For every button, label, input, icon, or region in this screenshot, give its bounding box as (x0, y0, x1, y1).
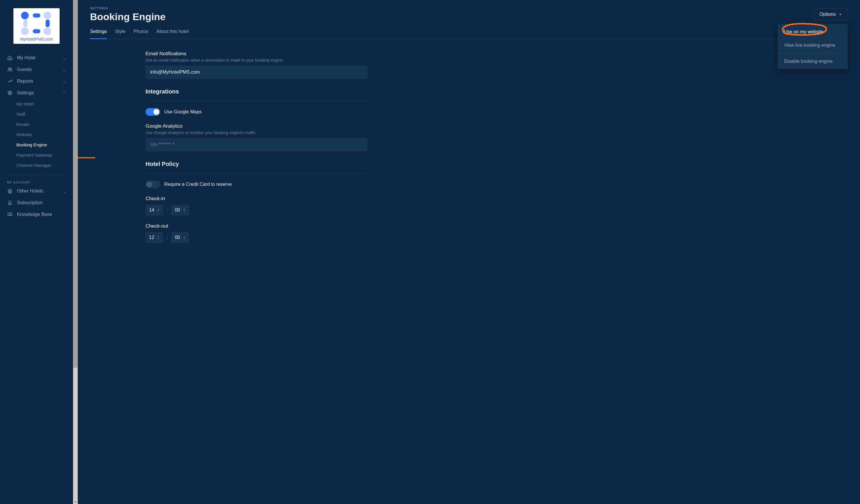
book-icon (7, 212, 13, 217)
scrollbar-thumb[interactable] (73, 0, 77, 368)
stepper-icon: ▲▼ (183, 208, 185, 212)
logo-graphic (21, 12, 52, 35)
tab-settings[interactable]: Settings (90, 29, 107, 39)
scrollbar[interactable]: ▾ (73, 0, 78, 504)
sidebar-item-subscription[interactable]: Subscription (0, 197, 73, 208)
checkin-hour-stepper[interactable]: 14 ▲▼ (145, 204, 163, 216)
page-title: Booking Engine (90, 11, 848, 23)
checkin-hour-value: 14 (149, 207, 154, 213)
google-maps-label: Use Google Maps (164, 109, 202, 115)
dd-view-live[interactable]: View live booking engine (778, 39, 848, 52)
divider (145, 173, 368, 174)
my-account-label: MY ACCOUNT (0, 178, 73, 185)
sidebar-item-guests[interactable]: Guests ⌄ (0, 64, 73, 75)
checkout-hour-value: 12 (149, 235, 154, 240)
tabs: Settings Style Photos About this hotel (90, 29, 848, 39)
divider (6, 175, 67, 175)
chevron-down-icon: ⌄ (62, 188, 66, 194)
sidebar-sub-staff[interactable]: Staff (16, 109, 73, 119)
tab-about[interactable]: About this hotel (156, 29, 188, 39)
checkin-minute-stepper[interactable]: 00 ▲▼ (171, 204, 189, 216)
sidebar-item-label: Knowledge Base (17, 212, 66, 217)
colon: : (167, 207, 168, 213)
sidebar-item-other-hotels[interactable]: Other Hotels ⌄ (0, 185, 73, 197)
home-icon (7, 55, 13, 61)
ga-help: Use Google Analytics to monitor your boo… (145, 130, 368, 135)
sidebar-item-settings[interactable]: Settings ⌃ (0, 87, 73, 99)
sidebar-item-label: Other Hotels (17, 188, 58, 194)
divider (145, 101, 368, 101)
google-maps-toggle[interactable] (145, 108, 160, 116)
stepper-icon: ▲▼ (157, 235, 160, 240)
logo-text: MyHotelPMS.com (16, 37, 57, 42)
sidebar-item-knowledge-base[interactable]: Knowledge Base (0, 208, 73, 220)
sidebar-sub-my-hotel[interactable]: My Hotel (16, 99, 73, 109)
dd-use-on-website[interactable]: Use on my website (778, 25, 848, 39)
chevron-down-icon: ⌄ (62, 67, 66, 72)
require-cc-toggle[interactable] (145, 181, 160, 188)
stepper-icon: ▲▼ (157, 208, 160, 212)
email-notif-label: Email Notifications (145, 51, 368, 57)
checkout-hour-stepper[interactable]: 12 ▲▼ (145, 232, 163, 243)
badge-icon (7, 200, 13, 206)
breadcrumb: SETTINGS (90, 6, 848, 10)
chevron-up-icon: ⌃ (62, 90, 66, 96)
tab-style[interactable]: Style (115, 29, 126, 39)
sidebar-item-label: Guests (17, 67, 58, 72)
layers-icon (7, 188, 13, 194)
users-icon (7, 67, 13, 72)
sidebar-item-label: Subscription (17, 200, 66, 205)
sidebar-sub-channel-manager[interactable]: Channel Manager (16, 160, 73, 170)
annotation-arrow (78, 155, 95, 161)
ga-label: Google Analytics (145, 123, 368, 129)
colon: : (167, 235, 168, 241)
divider (778, 53, 848, 54)
sidebar-item-label: My Hotel (17, 55, 58, 60)
dd-disable[interactable]: Disable booking engine (778, 55, 848, 68)
scroll-down-icon[interactable]: ▾ (73, 499, 78, 504)
sidebar-sub-website[interactable]: Website (16, 129, 73, 140)
integrations-title: Integrations (145, 88, 368, 95)
email-notif-help: Get an email notification when a reserva… (145, 58, 368, 62)
sidebar-item-label: Reports (17, 78, 58, 84)
main: SETTINGS Booking Engine Options Use on m… (78, 0, 860, 504)
trend-icon (7, 78, 13, 84)
checkout-minute-value: 00 (175, 235, 180, 240)
chevron-down-icon (838, 13, 842, 16)
hotel-policy-title: Hotel Policy (145, 161, 368, 168)
svg-point-1 (11, 68, 12, 70)
email-notif-input[interactable] (145, 66, 368, 79)
sidebar-item-reports[interactable]: Reports ⌄ (0, 75, 73, 87)
sidebar-sub-payment-gateway[interactable]: Payment Gateway (16, 150, 73, 160)
stepper-icon: ▲▼ (183, 235, 185, 240)
options-dropdown: Use on my website View live booking engi… (778, 24, 848, 69)
checkin-minute-value: 00 (175, 207, 180, 213)
require-cc-label: Require a Credit Card to reserve (164, 182, 232, 187)
checkout-label: Check-out (145, 223, 368, 229)
checkin-label: Check-in (145, 196, 368, 202)
checkout-minute-stepper[interactable]: 00 ▲▼ (171, 232, 189, 243)
options-button[interactable]: Options (814, 8, 848, 20)
sidebar-item-label: Settings (17, 90, 58, 96)
chevron-down-icon: ⌄ (62, 55, 66, 61)
sidebar-sub-emails[interactable]: Emails (16, 119, 73, 129)
ga-input[interactable] (145, 138, 368, 152)
svg-point-3 (9, 201, 11, 203)
sidebar-sub-booking-engine[interactable]: Booking Engine (16, 140, 73, 150)
options-label: Options (820, 12, 836, 17)
logo: MyHotelPMS.com (0, 0, 73, 50)
svg-point-2 (9, 92, 11, 94)
sidebar: MyHotelPMS.com My Hotel ⌄ Guests ⌄ (0, 0, 73, 504)
svg-point-0 (9, 68, 10, 70)
gear-icon (7, 90, 13, 96)
sidebar-item-my-hotel[interactable]: My Hotel ⌄ (0, 52, 73, 64)
chevron-down-icon: ⌄ (62, 78, 66, 84)
tab-photos[interactable]: Photos (133, 29, 148, 39)
